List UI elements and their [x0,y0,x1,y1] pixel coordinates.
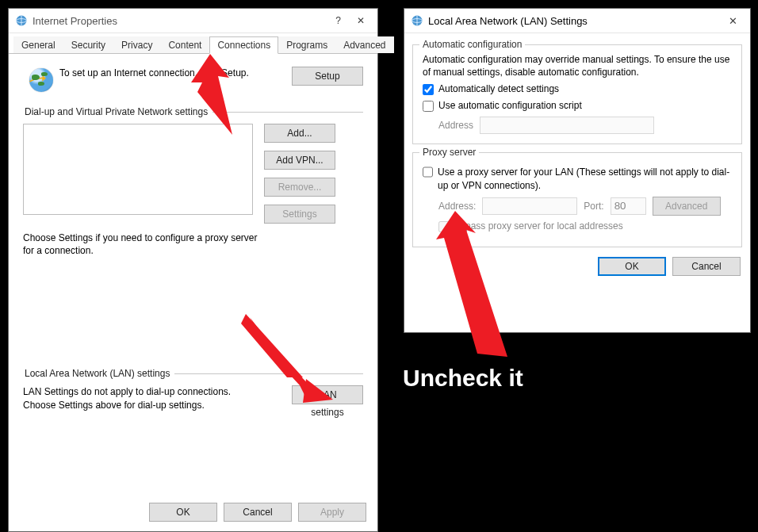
internet-options-icon [411,14,423,27]
window-title: Local Area Network (LAN) Settings [428,15,588,27]
settings-button: Settings [264,205,335,224]
ok-button[interactable]: OK [598,257,666,276]
bypass-checkbox: Bypass proxy server for local addresses [438,220,732,232]
use-script-checkbox[interactable]: Use automatic configuration script [423,100,732,112]
use-proxy-label: Use a proxy server for your LAN (These s… [438,166,732,191]
script-address-label: Address [438,120,473,131]
tab-privacy[interactable]: Privacy [113,36,160,53]
cancel-button[interactable]: Cancel [672,257,741,276]
tab-connections[interactable]: Connections [209,36,278,54]
proxy-port-input [611,197,646,215]
tabstrip: General Security Privacy Content Connect… [9,33,377,54]
proxy-address-label: Address: [438,201,476,212]
cancel-button[interactable]: Cancel [224,503,292,522]
bypass-label: Bypass proxy server for local addresses [454,220,623,232]
lan-settings-window: Local Area Network (LAN) Settings ✕ Auto… [404,8,751,333]
close-icon[interactable]: ✕ [349,15,373,26]
lan-settings-button[interactable]: LAN settings [292,385,363,404]
annotation-text-uncheck: Uncheck it [403,365,523,392]
use-proxy-checkbox[interactable]: Use a proxy server for your LAN (These s… [423,166,732,191]
proxy-port-label: Port: [584,201,603,212]
help-icon[interactable]: ? [327,15,349,26]
auto-detect-input[interactable] [423,84,434,95]
apply-button: Apply [298,503,366,522]
auto-config-legend: Automatic configuration [419,39,525,50]
proxy-group: Proxy server Use a proxy server for your… [412,152,742,247]
tab-security[interactable]: Security [63,36,113,53]
titlebar[interactable]: Internet Properties ? ✕ [9,9,377,33]
remove-button: Remove... [264,178,335,197]
auto-detect-label: Automatically detect settings [438,83,559,94]
setup-description: To set up an Internet connection, click … [59,67,292,79]
use-script-label: Use automatic configuration script [438,100,582,111]
auto-detect-checkbox[interactable]: Automatically detect settings [423,83,732,95]
globe-icon [29,68,53,92]
ok-button[interactable]: OK [149,503,217,522]
tab-programs[interactable]: Programs [278,36,335,53]
use-proxy-input[interactable] [423,166,433,178]
window-title: Internet Properties [33,15,117,27]
lan-group-label: Local Area Network (LAN) settings [23,368,171,379]
advanced-button: Advanced [653,197,721,216]
auto-config-group: Automatic configuration Automatic config… [412,44,742,144]
auto-config-desc: Automatic configuration may override man… [423,53,732,78]
script-address-input [480,117,654,134]
dialup-group-label: Dial-up and Virtual Private Network sett… [23,106,209,117]
tab-content[interactable]: Content [160,36,209,53]
proxy-address-input [482,197,577,215]
proxy-legend: Proxy server [419,147,479,158]
internet-options-icon [15,14,28,27]
use-script-input[interactable] [423,101,434,112]
close-icon[interactable]: ✕ [721,15,745,27]
lan-note: LAN Settings do not apply to dial-up con… [23,385,261,411]
add-button[interactable]: Add... [264,124,335,143]
internet-properties-window: Internet Properties ? ✕ General Security… [8,8,378,532]
tab-advanced[interactable]: Advanced [335,36,393,53]
titlebar[interactable]: Local Area Network (LAN) Settings ✕ [404,9,750,33]
tab-general[interactable]: General [13,36,63,53]
setup-button[interactable]: Setup [292,67,363,86]
add-vpn-button[interactable]: Add VPN... [264,151,335,170]
bypass-input [438,221,450,232]
dialup-note: Choose Settings if you need to configure… [23,232,261,257]
dialup-listbox[interactable] [23,124,253,215]
